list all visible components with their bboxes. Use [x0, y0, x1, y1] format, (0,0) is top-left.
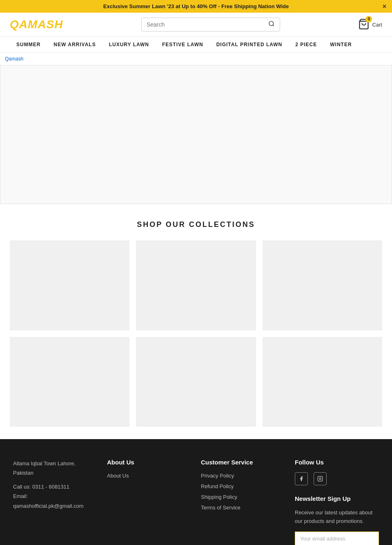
collections-title: SHOP OUR COLLECTIONS [10, 220, 382, 229]
list-item: Privacy Policy [201, 472, 285, 479]
nav-item-winter[interactable]: WINTER [323, 37, 358, 52]
search-input[interactable] [147, 21, 266, 28]
footer-customer-service-links: Privacy Policy Refund Policy Shipping Po… [201, 472, 285, 511]
cart-badge: 0 [365, 16, 372, 22]
breadcrumb-home-link[interactable]: Qamash [5, 56, 23, 62]
svg-line-1 [273, 25, 274, 26]
announcement-text: Exclusive Summer Lawn '23 at Up to 40% O… [103, 3, 289, 9]
collection-card-2[interactable] [136, 240, 256, 330]
footer-contact-col: Allama Iqbal Town Lahore, Pakistan Call … [13, 459, 97, 545]
nav-item-summer[interactable]: SUMMER [10, 37, 47, 52]
terms-of-service-link[interactable]: Terms of Service [201, 505, 241, 511]
about-us-link[interactable]: About Us [107, 473, 129, 479]
nav-item-new-arrivals[interactable]: NEW ARRIVALS [47, 37, 102, 52]
footer-grid: Allama Iqbal Town Lahore, Pakistan Call … [13, 459, 379, 545]
main-nav: SUMMER NEW ARRIVALS LUXURY LAWN FESTIVE … [0, 36, 392, 53]
collection-card-4[interactable] [10, 337, 129, 427]
footer-about-links: About Us [107, 472, 191, 479]
footer-customer-service-heading: Customer Service [201, 459, 285, 466]
newsletter-description: Receive our latest updates about our pro… [295, 509, 379, 526]
search-button[interactable] [268, 20, 275, 29]
newsletter-heading: Newsletter Sign Up [295, 495, 379, 502]
privacy-policy-link[interactable]: Privacy Policy [201, 473, 234, 479]
footer-customer-service-col: Customer Service Privacy Policy Refund P… [201, 459, 285, 545]
logo[interactable]: QAMASH [10, 18, 63, 31]
footer-email-label: Email: [13, 491, 97, 501]
collections-grid [10, 240, 382, 427]
refund-policy-link[interactable]: Refund Policy [201, 483, 234, 489]
nav-item-luxury-lawn[interactable]: LUXURY LAWN [102, 37, 156, 52]
cart-icon-wrap: 0 [358, 18, 370, 31]
footer-email[interactable]: qamashofficial.pk@gmail.com [13, 501, 97, 511]
collection-card-5[interactable] [136, 337, 256, 427]
footer-about-heading: About Us [107, 459, 191, 466]
follow-icons [295, 472, 379, 485]
nav-item-digital-printed-lawn[interactable]: DIGITAL PRINTED LAWN [210, 37, 289, 52]
breadcrumb: Qamash [0, 53, 392, 65]
list-item: About Us [107, 472, 191, 479]
list-item: Refund Policy [201, 483, 285, 489]
cart-label: Cart [372, 22, 382, 28]
footer-phone: Call us: 0311 - 6081311 [13, 482, 97, 491]
announcement-close-button[interactable]: × [383, 3, 386, 10]
footer-follow-newsletter-col: Follow Us Newsletter Sign Up Receive our [295, 459, 379, 545]
nav-item-2-piece[interactable]: 2 PIECE [289, 37, 323, 52]
list-item: Terms of Service [201, 504, 285, 511]
announcement-bar: Exclusive Summer Lawn '23 at Up to 40% O… [0, 0, 392, 13]
search-container [141, 18, 280, 31]
shipping-policy-link[interactable]: Shipping Policy [201, 494, 237, 500]
header: QAMASH 0 Cart [0, 13, 392, 36]
svg-point-0 [269, 21, 274, 26]
collections-section: SHOP OUR COLLECTIONS [0, 204, 392, 439]
hero-image-area [0, 65, 392, 204]
footer: Allama Iqbal Town Lahore, Pakistan Call … [0, 439, 392, 545]
instagram-icon[interactable] [314, 472, 327, 485]
search-icon [268, 20, 275, 27]
footer-about-col: About Us About Us [107, 459, 191, 545]
newsletter-email-input[interactable] [295, 532, 379, 545]
list-item: Shipping Policy [201, 493, 285, 500]
nav-item-festive-lawn[interactable]: FESTIVE LAWN [156, 37, 210, 52]
facebook-icon[interactable] [295, 472, 308, 485]
logo-text: QAMASH [10, 18, 63, 31]
footer-address: Allama Iqbal Town Lahore, Pakistan [13, 459, 97, 478]
svg-rect-3 [318, 476, 323, 481]
collection-card-3[interactable] [263, 240, 382, 330]
collection-card-6[interactable] [263, 337, 382, 427]
collection-card-1[interactable] [10, 240, 129, 330]
footer-follow-heading: Follow Us [295, 459, 379, 466]
cart-button[interactable]: 0 Cart [358, 18, 382, 31]
